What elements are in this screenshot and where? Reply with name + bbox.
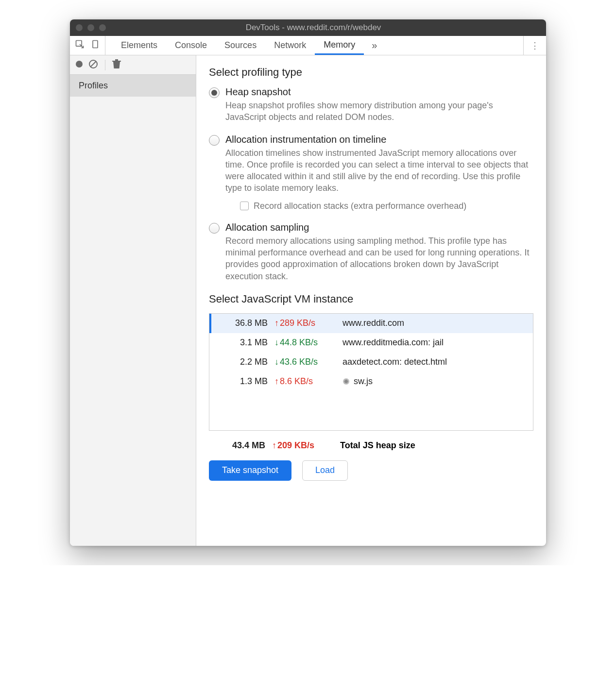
heading-vm-instance: Select JavaScript VM instance (209, 293, 533, 305)
vm-name: ✺ sw.js (342, 376, 527, 387)
option-desc: Allocation timelines show instrumented J… (225, 147, 533, 194)
svg-point-2 (76, 61, 83, 68)
load-button[interactable]: Load (302, 460, 348, 481)
record-icon[interactable] (75, 60, 84, 70)
vm-row[interactable]: 36.8 MB ↑289 KB/s www.reddit.com (209, 314, 533, 333)
tab-console[interactable]: Console (166, 36, 216, 55)
action-buttons: Take snapshot Load (209, 460, 533, 481)
option-desc: Record memory allocations using sampling… (225, 235, 533, 282)
option-title: Allocation instrumentation on timeline (225, 134, 533, 145)
tab-network[interactable]: Network (265, 36, 315, 55)
vm-rate: ↑289 KB/s (274, 318, 342, 328)
spacer (209, 391, 533, 430)
arrow-down-icon: ↓ (274, 338, 279, 348)
vm-name: www.reddit.com (342, 318, 527, 328)
option-desc: Heap snapshot profiles show memory distr… (225, 100, 533, 123)
main-panel: Select profiling type Heap snapshot Heap… (196, 55, 546, 546)
vm-rate: ↓43.6 KB/s (274, 357, 342, 367)
total-rate: ↑209 KB/s (272, 440, 340, 451)
vm-row[interactable]: 3.1 MB ↓44.8 KB/s www.redditmedia.com: j… (209, 333, 533, 353)
sidebar-toolbar (70, 55, 196, 75)
option-allocation-sampling[interactable]: Allocation sampling Record memory alloca… (209, 222, 533, 282)
radio-heap-snapshot[interactable] (209, 87, 220, 98)
take-snapshot-button[interactable]: Take snapshot (209, 460, 291, 481)
titlebar: DevTools - www.reddit.com/r/webdev (70, 19, 546, 36)
vm-instance-list: 36.8 MB ↑289 KB/s www.reddit.com 3.1 MB … (209, 313, 533, 431)
minimize-dot[interactable] (87, 24, 94, 31)
checkbox-icon[interactable] (240, 202, 249, 210)
device-toggle-icon[interactable] (90, 39, 100, 51)
arrow-up-icon: ↑ (274, 318, 279, 328)
traffic-lights (76, 24, 106, 31)
vm-rate: ↑8.6 KB/s (274, 376, 342, 387)
radio-allocation-sampling[interactable] (209, 223, 220, 234)
vm-rate: ↓44.8 KB/s (274, 338, 342, 348)
sidebar: Profiles (70, 55, 196, 546)
trash-icon[interactable] (112, 59, 121, 71)
option-title: Heap snapshot (225, 86, 533, 98)
option-title: Allocation sampling (225, 222, 533, 233)
panel-tabs: Elements Console Sources Network Memory … (105, 36, 385, 55)
vm-row[interactable]: 1.3 MB ↑8.6 KB/s ✺ sw.js (209, 372, 533, 391)
gear-icon: ✺ (342, 376, 350, 387)
inspect-icon[interactable] (75, 39, 85, 51)
tabs-overflow-icon[interactable]: » (364, 36, 385, 55)
divider (105, 60, 105, 70)
vm-size: 2.2 MB (211, 357, 274, 367)
tab-elements[interactable]: Elements (112, 36, 166, 55)
clear-icon[interactable] (88, 59, 98, 71)
svg-rect-1 (93, 41, 98, 48)
window-title: DevTools - www.reddit.com/r/webdev (116, 23, 511, 33)
devtools-window: DevTools - www.reddit.com/r/webdev Eleme… (70, 19, 546, 546)
vm-size: 1.3 MB (211, 376, 274, 387)
checkbox-label: Record allocation stacks (extra performa… (254, 201, 466, 211)
tabbar-left-tools (70, 36, 105, 55)
zoom-dot[interactable] (99, 24, 106, 31)
vm-size: 3.1 MB (211, 338, 274, 348)
option-allocation-timeline[interactable]: Allocation instrumentation on timeline A… (209, 134, 533, 211)
total-size: 43.4 MB (209, 440, 272, 451)
checkbox-record-stacks[interactable]: Record allocation stacks (extra performa… (240, 201, 533, 211)
heading-profiling-type: Select profiling type (209, 66, 533, 79)
kebab-menu-icon[interactable]: ⋮ (523, 36, 546, 55)
vm-name: aaxdetect.com: detect.html (342, 357, 527, 367)
tab-memory[interactable]: Memory (315, 36, 364, 55)
arrow-down-icon: ↓ (274, 357, 279, 367)
tabbar: Elements Console Sources Network Memory … (70, 36, 546, 55)
vm-name: www.redditmedia.com: jail (342, 338, 527, 348)
arrow-up-icon: ↑ (274, 376, 279, 387)
tab-sources[interactable]: Sources (216, 36, 265, 55)
arrow-up-icon: ↑ (272, 440, 276, 451)
radio-allocation-timeline[interactable] (209, 135, 220, 146)
total-label: Total JS heap size (340, 440, 528, 451)
sidebar-item-profiles[interactable]: Profiles (70, 75, 196, 97)
close-dot[interactable] (76, 24, 83, 31)
option-heap-snapshot[interactable]: Heap snapshot Heap snapshot profiles sho… (209, 86, 533, 123)
total-row: 43.4 MB ↑209 KB/s Total JS heap size (209, 431, 533, 460)
vm-row[interactable]: 2.2 MB ↓43.6 KB/s aaxdetect.com: detect.… (209, 353, 533, 372)
vm-size: 36.8 MB (211, 318, 274, 328)
svg-line-4 (90, 61, 96, 67)
